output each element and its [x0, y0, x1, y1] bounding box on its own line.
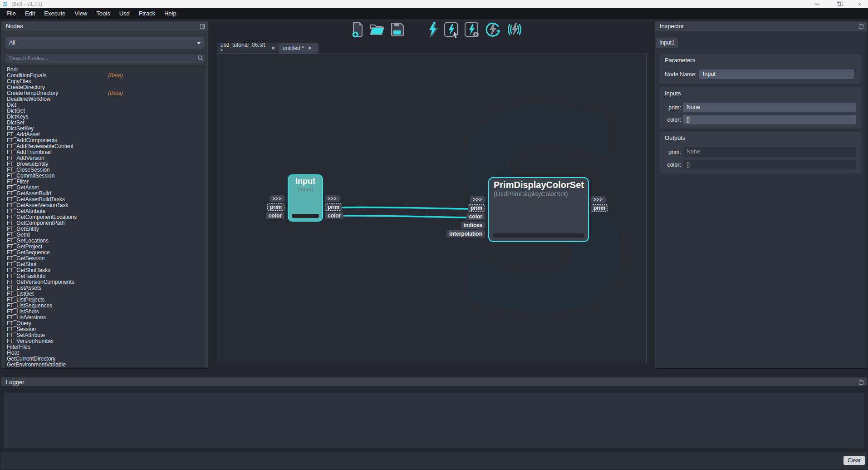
port[interactable]: indices — [461, 222, 485, 229]
open-file-icon[interactable] — [369, 21, 385, 38]
tab-usd-tutorial[interactable]: usd_tutorial_06.sft * × — [217, 43, 279, 54]
new-file-icon[interactable] — [350, 21, 365, 38]
logger-title: Logger — [6, 379, 24, 386]
input-color-field[interactable]: [] — [683, 115, 856, 124]
list-item[interactable]: DeadlineWorkflow — [5, 96, 205, 102]
parameters-section: Parameters Node Name: Input — [659, 54, 862, 84]
output-prim-field: None — [683, 147, 856, 157]
pdcs-node-input-ports: >>>primcolorindicesinterpolation — [446, 196, 485, 237]
execute-icon[interactable] — [426, 21, 439, 38]
list-item[interactable]: DictSet — [5, 120, 205, 126]
menu-item[interactable]: Tools — [92, 8, 114, 19]
port[interactable]: >>> — [591, 196, 606, 203]
outputs-section: Outputs prim: None color: [] — [659, 132, 862, 173]
tab-label: usd_tutorial_06.sft * — [221, 42, 267, 54]
port[interactable]: >>> — [325, 195, 340, 202]
section-title: Parameters — [665, 57, 695, 64]
window-title: Shift - v1.0.0 — [11, 1, 42, 7]
tab-close-icon[interactable]: × — [271, 45, 275, 51]
titlebar: S Shift - v1.0.0 × — [0, 0, 868, 8]
live-execute-icon[interactable] — [505, 21, 524, 38]
input-node-output-ports: >>>primcolor — [325, 195, 343, 219]
menu-item[interactable]: View — [70, 8, 92, 19]
menu-item[interactable]: Help — [160, 8, 181, 19]
list-item[interactable]: GetEnvironmentVariable — [5, 362, 205, 368]
execute-selected-icon[interactable] — [443, 21, 460, 38]
list-item[interactable]: ConditionEquals (Beta) — [5, 73, 205, 79]
field-label: prim: — [663, 104, 681, 111]
search-input[interactable] — [5, 53, 205, 63]
port[interactable]: >>> — [270, 195, 284, 202]
app-window: S Shift - v1.0.0 × FileEditExecuteViewTo… — [0, 0, 868, 470]
undock-icon[interactable] — [858, 380, 864, 385]
inspector-title: Inspector — [660, 23, 684, 30]
port[interactable]: prim — [591, 204, 608, 212]
port[interactable]: color — [325, 212, 343, 219]
inputs-section: Inputs prim: None color: [] — [659, 87, 862, 129]
nodes-panel-header: Nodes — [1, 21, 208, 31]
node-prim-display-color-set[interactable]: PrimDisplayColorSet (UsdPrimDisplayColor… — [488, 177, 589, 242]
minimize-button[interactable] — [810, 0, 824, 8]
tab-close-icon[interactable]: × — [308, 45, 312, 51]
section-title: Inputs — [665, 90, 681, 97]
nodes-panel-title: Nodes — [6, 23, 23, 30]
field-label: color: — [663, 162, 681, 168]
re-execute-icon[interactable] — [484, 21, 501, 38]
menu-item[interactable]: Execute — [39, 8, 70, 19]
menu-item[interactable]: File — [2, 8, 20, 19]
port[interactable]: prim — [267, 203, 284, 211]
menu-item[interactable]: Usd — [115, 8, 134, 19]
field-label: prim: — [663, 149, 681, 155]
port[interactable]: prim — [468, 204, 485, 212]
inspector-header: Inspector — [655, 21, 867, 31]
input-node-input-ports: >>>primcolor — [266, 195, 284, 219]
output-color-field: [] — [683, 160, 856, 169]
list-item[interactable]: FT_ListAssets — [5, 285, 205, 291]
port[interactable]: prim — [325, 203, 342, 211]
list-item[interactable]: FT_CommitSession — [5, 173, 205, 179]
node-graph-canvas[interactable]: S >>>primcolor >>>primcolor Input (Input… — [217, 54, 647, 363]
port[interactable]: color — [466, 213, 485, 220]
undock-icon[interactable] — [200, 24, 205, 29]
logger-output[interactable] — [4, 392, 864, 449]
port[interactable]: >>> — [470, 196, 485, 203]
node-name-field[interactable]: Input — [699, 69, 854, 79]
search-icon — [197, 55, 204, 61]
clear-button[interactable]: Clear — [843, 456, 865, 465]
node-input[interactable]: Input (Input) — [288, 174, 323, 222]
menu-item[interactable]: Edit — [20, 8, 39, 19]
tab-label: untitled * — [283, 45, 304, 51]
list-item[interactable]: FT_VersionNumber — [5, 338, 205, 344]
execute-from-node-icon[interactable] — [464, 21, 480, 38]
section-title: Outputs — [665, 134, 686, 141]
list-item[interactable]: DictGet — [5, 108, 205, 114]
beta-badge: (Beta) — [108, 90, 123, 96]
node-filter-dropdown[interactable]: All — [5, 37, 205, 49]
port[interactable]: color — [266, 212, 284, 219]
app-logo-icon: S — [3, 1, 7, 7]
menu-item[interactable]: Ftrack — [134, 8, 160, 19]
node-title: Input — [289, 177, 322, 186]
node-subtitle: (Input) — [289, 186, 322, 193]
list-item[interactable]: FilterFiles — [5, 344, 205, 350]
save-file-icon[interactable] — [389, 21, 405, 38]
pdcs-node-output-ports: >>>prim — [591, 196, 608, 212]
input-prim-field[interactable]: None — [683, 103, 856, 112]
port[interactable]: interpolation — [446, 230, 485, 237]
close-button[interactable]: × — [853, 0, 866, 8]
list-item[interactable]: DictKeys — [5, 114, 205, 120]
list-item[interactable]: FT_ListVersions — [5, 315, 205, 321]
inspector-tab-input1[interactable]: Input1 — [656, 38, 678, 48]
inspector-panel: Inspector Input1 Parameters Node Name: I… — [655, 21, 867, 369]
node-title: PrimDisplayColorSet — [494, 180, 588, 190]
tab-untitled[interactable]: untitled * × — [279, 43, 319, 54]
field-label: Node Name: — [665, 71, 696, 78]
list-item[interactable]: Dict — [5, 102, 205, 108]
node-list: Bool ConditionEquals (Beta) CopyFiles Cr… — [5, 66, 205, 368]
restore-button[interactable] — [832, 0, 845, 8]
undock-icon[interactable] — [858, 24, 864, 29]
node-filter-value: All — [9, 40, 15, 46]
list-item[interactable]: FT_GetEntity — [5, 226, 205, 232]
chevron-down-icon — [197, 42, 201, 45]
beta-badge: (Beta) — [108, 73, 123, 79]
